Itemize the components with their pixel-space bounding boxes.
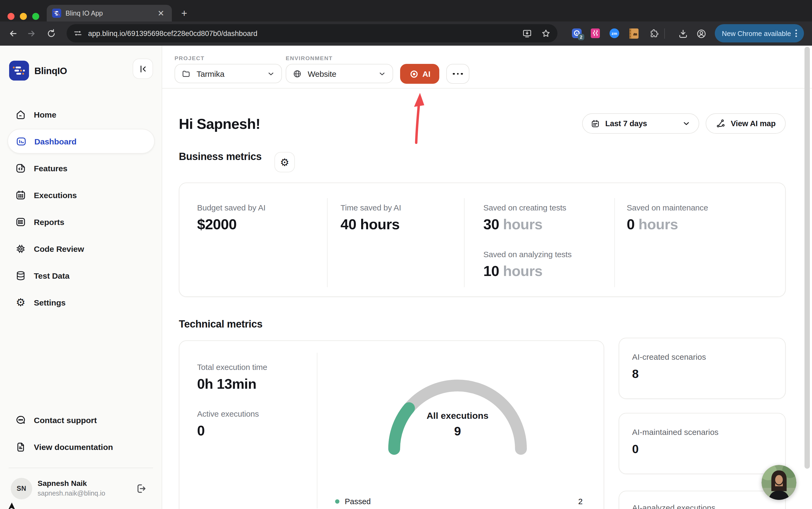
- card-label: AI-maintained scenarios: [632, 428, 718, 437]
- cursor-artifact-icon: [7, 503, 18, 509]
- sidebar-item-label: Features: [34, 164, 67, 173]
- column-divider: [614, 198, 615, 287]
- extension-badge: 2: [578, 34, 584, 40]
- chat-bubble-icon: [15, 414, 26, 426]
- folder-icon: [181, 69, 191, 78]
- legend-row-passed: Passed 2: [335, 497, 583, 506]
- annotation-arrow-icon: [410, 92, 427, 144]
- downloads-icon[interactable]: [678, 29, 688, 39]
- pink-extension-icon[interactable]: [591, 29, 600, 38]
- brand-name: BlinqIO: [34, 66, 67, 77]
- new-chrome-available-button[interactable]: New Chrome available: [715, 24, 804, 42]
- column-divider: [327, 198, 328, 287]
- site-settings-icon[interactable]: [73, 29, 83, 38]
- executions-calendar-icon: [15, 189, 26, 201]
- metric-value: 0 hours: [627, 216, 678, 233]
- extensions-puzzle-icon[interactable]: [649, 29, 659, 39]
- profile-icon[interactable]: [696, 29, 707, 39]
- minimize-window-button[interactable]: [20, 13, 27, 20]
- card-label: AI-created scenarios: [632, 352, 706, 361]
- metric-value: 10 hours: [483, 263, 542, 280]
- view-ai-map-label: View AI map: [731, 119, 776, 128]
- passed-label: Passed: [345, 497, 578, 506]
- sidebar-item-settings[interactable]: ⚙ Settings: [0, 289, 162, 316]
- floating-avatar[interactable]: [762, 465, 797, 500]
- chrome-menu-kebab-icon[interactable]: [796, 30, 797, 37]
- url-text[interactable]: app.blinq.io/691395698cef228e0cd807b0/da…: [88, 29, 522, 37]
- date-range-select[interactable]: Last 7 days: [582, 113, 699, 134]
- tab-title: Blinq IO App: [66, 9, 156, 17]
- chevron-down-icon: [267, 70, 275, 77]
- card-label: AI-analyzed executions: [632, 503, 715, 509]
- metric-label: Saved on maintenance: [627, 203, 708, 212]
- metric-value: 40 hours: [340, 216, 400, 233]
- reports-icon: [15, 216, 26, 227]
- page-scrollbar[interactable]: [805, 47, 810, 469]
- sidebar-collapse-button[interactable]: [133, 59, 153, 79]
- metric-label: Time saved by AI: [340, 203, 401, 212]
- close-window-button[interactable]: [7, 13, 14, 20]
- install-app-icon[interactable]: [522, 28, 532, 38]
- view-ai-map-button[interactable]: View AI map: [706, 113, 786, 134]
- contact-support-link[interactable]: Contact support: [0, 406, 162, 433]
- user-name: Sapnesh Naik: [38, 479, 87, 487]
- notebook-extension-icon[interactable]: [630, 29, 639, 39]
- sidebar-item-executions[interactable]: Executions: [0, 181, 162, 208]
- ai-map-graph-icon: [716, 118, 725, 128]
- ai-button[interactable]: AI: [400, 64, 439, 84]
- home-icon: [15, 109, 26, 120]
- gauge-value: 9: [393, 424, 522, 439]
- sidebar-item-test-data[interactable]: Test Data: [0, 262, 162, 289]
- new-chrome-label: New Chrome available: [722, 29, 791, 37]
- bookmark-star-icon[interactable]: [541, 28, 551, 38]
- sidebar-item-dashboard[interactable]: Dashboard: [7, 129, 155, 154]
- new-tab-button[interactable]: +: [177, 6, 191, 21]
- metric-unit: hours: [639, 216, 678, 233]
- ai-maintained-scenarios-card: AI-maintained scenarios 0: [619, 413, 786, 474]
- passed-value: 2: [578, 497, 583, 506]
- environment-select[interactable]: Website: [286, 64, 393, 83]
- sidebar-item-label: Home: [34, 110, 57, 119]
- sidebar-item-code-review[interactable]: Code Review: [0, 235, 162, 262]
- tab-close-icon[interactable]: ✕: [156, 8, 167, 18]
- sidebar-nav: Home Dashboard Features: [0, 101, 162, 316]
- zoom-extension-icon[interactable]: zm: [610, 29, 619, 38]
- forward-icon[interactable]: [27, 29, 37, 39]
- browser-tab[interactable]: Blinq IO App ✕: [47, 5, 172, 22]
- screen: Blinq IO App ✕ + app.blinq.io/691395698c…: [0, 0, 812, 509]
- sidebar-item-reports[interactable]: Reports: [0, 208, 162, 235]
- database-icon: [15, 270, 26, 281]
- date-range-value: Last 7 days: [605, 119, 677, 128]
- user-avatar-initials: SN: [11, 478, 32, 499]
- ai-record-icon: [409, 69, 418, 79]
- sidebar-item-home[interactable]: Home: [0, 101, 162, 128]
- context-topbar: PROJECT Tarmika ENVIRONMENT Website: [162, 46, 812, 89]
- main-content: PROJECT Tarmika ENVIRONMENT Website: [162, 46, 812, 509]
- browser-toolbar: app.blinq.io/691395698cef228e0cd807b0/da…: [0, 22, 812, 46]
- view-documentation-label: View documentation: [34, 442, 113, 451]
- sidebar-item-label: Reports: [34, 217, 64, 226]
- avatar-photo: [762, 465, 797, 500]
- user-email: sapnesh.naik@blinq.io: [38, 490, 105, 497]
- back-icon[interactable]: [7, 29, 18, 39]
- sidebar-item-features[interactable]: Features: [0, 155, 162, 181]
- reload-icon[interactable]: [46, 29, 57, 39]
- project-select[interactable]: Tarmika: [174, 64, 282, 83]
- metric-unit: hours: [503, 263, 542, 279]
- business-metrics-settings-button[interactable]: ⚙: [274, 152, 295, 172]
- address-bar[interactable]: app.blinq.io/691395698cef228e0cd807b0/da…: [67, 24, 557, 42]
- business-metrics-title: Business metrics: [179, 151, 262, 163]
- zoom-ext-label: zm: [612, 31, 617, 36]
- more-options-button[interactable]: [446, 64, 469, 84]
- user-profile[interactable]: SN Sapnesh Naik sapnesh.naik@blinq.io: [0, 468, 162, 509]
- zoom-window-button[interactable]: [32, 13, 39, 20]
- logout-icon[interactable]: [135, 483, 147, 495]
- view-documentation-link[interactable]: View documentation: [0, 433, 162, 460]
- browser-tabstrip: Blinq IO App ✕ +: [0, 0, 812, 22]
- ai-button-label: AI: [422, 69, 431, 78]
- sidebar-item-label: Code Review: [34, 244, 84, 253]
- document-icon: [15, 441, 26, 452]
- project-label: PROJECT: [174, 55, 205, 61]
- password-manager-extension-icon[interactable]: 2: [572, 29, 582, 38]
- sidebar-item-label: Test Data: [34, 271, 70, 280]
